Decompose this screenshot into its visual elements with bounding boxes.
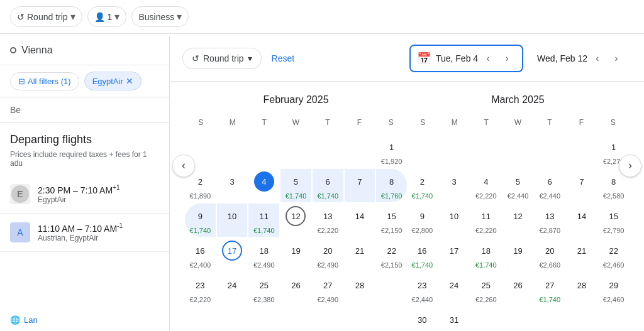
date2-selector[interactable]: Wed, Feb 12 ‹ › [531, 46, 631, 71]
calendar-day [535, 134, 565, 168]
date1-prev-arrow[interactable]: ‹ [479, 50, 497, 67]
calendar-day[interactable]: 5€1,740 [280, 169, 311, 202]
reset-button[interactable]: Reset [269, 48, 297, 68]
calendar-day[interactable]: 14 [567, 203, 597, 237]
day-price: €1,740 [475, 261, 497, 269]
day-number: 11 [254, 206, 274, 226]
flight-card-1[interactable]: E 2:30 PM – 7:10 AM+1 EgyptAir [0, 175, 169, 214]
calendar-day[interactable]: 12 [280, 203, 311, 237]
day-number: 10 [222, 206, 242, 226]
day-number: 17 [444, 241, 464, 261]
calendar-day[interactable]: 7 [345, 169, 375, 202]
day-number: 21 [572, 241, 592, 261]
egyptair-logo-1: E [10, 184, 30, 204]
calendar-day[interactable]: 17 [439, 238, 470, 271]
language-button[interactable]: 🌐 Lan [10, 315, 38, 325]
day-price: €1,740 [253, 227, 275, 234]
calendar-day[interactable]: 21 [567, 238, 597, 271]
calendar-day[interactable]: 20€2,660 [535, 238, 565, 271]
calendar-day[interactable]: 25€2,380 [248, 273, 279, 306]
day-number: 12 [508, 206, 528, 226]
calendar-day[interactable]: 8€1,760 [376, 169, 407, 202]
calendar-day[interactable]: 14 [345, 203, 375, 237]
calendar-day[interactable]: 27€1,740 [535, 273, 565, 306]
calendar-day[interactable]: 28 [567, 273, 597, 306]
flight-card-2[interactable]: A 11:10 AM – 7:10 AM-1 Austrian, EgyptAi… [0, 214, 169, 252]
day-price: €1,740 [539, 296, 560, 303]
day-number: 3 [222, 171, 242, 192]
calendar-day[interactable]: 27€2,490 [313, 273, 343, 306]
round-trip-button[interactable]: ↺ Round trip ▾ [182, 48, 262, 69]
day-number: 24 [222, 275, 242, 295]
all-filters-button[interactable]: ⊟ All filters (1) [10, 72, 79, 90]
day-number: 15 [382, 206, 402, 226]
calendar-day[interactable]: 22€2,150 [376, 238, 407, 271]
calendar-day[interactable]: 9€2,800 [407, 203, 438, 237]
calendar-day[interactable]: 19 [280, 238, 311, 271]
calendar-day[interactable]: 18€1,740 [470, 238, 501, 271]
calendar-day[interactable]: 24 [439, 273, 470, 306]
calendar-day[interactable]: 18€2,490 [248, 238, 279, 271]
day-number: 14 [572, 206, 592, 226]
calendar-day [502, 307, 533, 331]
day-number: 13 [540, 206, 560, 226]
calendar-day[interactable]: 5€2,440 [502, 169, 533, 202]
date2-prev-arrow[interactable]: ‹ [589, 50, 606, 67]
calendar-day[interactable]: 6€2,440 [535, 169, 565, 202]
calendar-day[interactable]: 23€2,220 [185, 273, 216, 306]
calendar-day[interactable]: 17 [217, 238, 248, 271]
calendar-day[interactable]: 16€2,400 [185, 238, 216, 271]
date1-next-arrow[interactable]: › [498, 50, 516, 67]
trip-type-selector[interactable]: ↺ Round trip ▾ [10, 6, 82, 27]
calendar-day[interactable]: 3 [217, 169, 248, 202]
calendar-day[interactable]: 13€2,220 [313, 203, 343, 237]
calendar-day[interactable]: 20€2,490 [313, 238, 343, 271]
calendar-day[interactable]: 30€2,220 [407, 307, 438, 331]
calendar-day[interactable]: 2€1,740 [407, 169, 438, 202]
calendar-day[interactable]: 29€2,460 [598, 273, 629, 306]
date1-selector[interactable]: 📅 Tue, Feb 4 ‹ › [409, 45, 523, 72]
calendar-day[interactable]: 7 [567, 169, 597, 202]
filter-row: ⊟ All filters (1) EgyptAir ✕ [0, 65, 169, 97]
calendar-day[interactable]: 10 [217, 203, 248, 237]
calendar-day[interactable]: 15€2,790 [598, 203, 629, 237]
mar-mon: M [438, 116, 470, 129]
calendar-day[interactable]: 28 [345, 273, 375, 306]
calendar-day[interactable]: 19 [502, 238, 533, 271]
calendar-day[interactable]: 6€1,740 [313, 169, 343, 202]
day-number: 16 [190, 241, 210, 261]
calendar-day[interactable]: 9€1,740 [185, 203, 216, 237]
calendar-day[interactable]: 13€2,870 [535, 203, 565, 237]
calendar-day[interactable]: 21 [345, 238, 375, 271]
trip-type-label: Round trip [27, 12, 68, 22]
top-bar: ↺ Round trip ▾ 👤 1 ▾ Business ▾ [0, 0, 644, 34]
date2-next-arrow[interactable]: › [608, 50, 625, 67]
day-number: 9 [412, 206, 432, 226]
calendar-day[interactable]: 10 [439, 203, 470, 237]
calendar-day[interactable]: 31 [439, 307, 470, 331]
calendar-prev-button[interactable]: ‹ [172, 155, 195, 177]
calendar-day[interactable]: 24 [217, 273, 248, 306]
calendar-day[interactable]: 26 [280, 273, 311, 306]
calendar-day[interactable]: 11€2,220 [470, 203, 501, 237]
left-panel: Vienna ⊟ All filters (1) EgyptAir ✕ Be D… [0, 36, 170, 331]
calendar-day[interactable]: 15€2,150 [376, 203, 407, 237]
calendar-day[interactable]: 25€2,260 [470, 273, 501, 306]
calendar-day[interactable]: 23€2,440 [407, 273, 438, 306]
calendar-day[interactable]: 26 [502, 273, 533, 306]
calendar-day[interactable]: 1€1,920 [376, 134, 407, 168]
calendar-day[interactable]: 22€2,460 [598, 238, 629, 271]
calendar-next-button[interactable]: › [619, 155, 641, 177]
calendar-day[interactable]: 4€1,730 [248, 169, 279, 202]
calendar-day[interactable]: 3 [439, 169, 470, 202]
day-number: 25 [476, 275, 496, 295]
calendar-day[interactable]: 12 [502, 203, 533, 237]
egyptair-chip[interactable]: EgyptAir ✕ [84, 72, 142, 90]
mar-fri: F [565, 116, 597, 129]
calendar-day[interactable]: 11€1,740 [248, 203, 279, 237]
cabin-selector[interactable]: Business ▾ [131, 6, 189, 27]
calendar-day[interactable]: 16€1,740 [407, 238, 438, 271]
calendar-day[interactable]: 4€2,220 [470, 169, 501, 202]
close-icon[interactable]: ✕ [126, 76, 133, 86]
passengers-selector[interactable]: 👤 1 ▾ [87, 6, 127, 27]
